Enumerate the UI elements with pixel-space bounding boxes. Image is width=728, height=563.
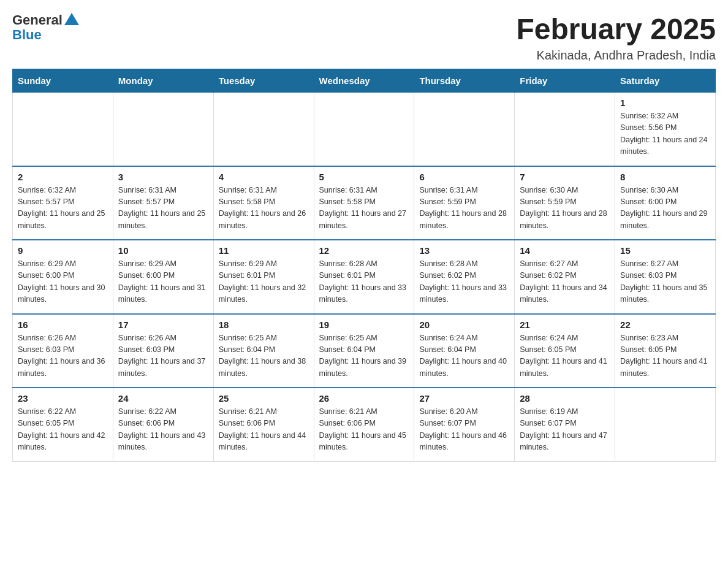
day-info: Sunrise: 6:31 AMSunset: 5:58 PMDaylight:… (319, 185, 409, 232)
calendar-cell: 28Sunrise: 6:19 AMSunset: 6:07 PMDayligh… (515, 388, 615, 461)
header-cell-sunday: Sunday (13, 69, 113, 93)
calendar-cell: 18Sunrise: 6:25 AMSunset: 6:04 PMDayligh… (213, 314, 314, 388)
day-number: 8 (620, 172, 710, 182)
day-number: 3 (118, 172, 208, 182)
day-number: 9 (18, 245, 108, 256)
calendar-cell: 27Sunrise: 6:20 AMSunset: 6:07 PMDayligh… (414, 388, 515, 461)
calendar-header: SundayMondayTuesdayWednesdayThursdayFrid… (13, 69, 716, 93)
day-number: 10 (118, 245, 208, 256)
calendar-cell: 21Sunrise: 6:24 AMSunset: 6:05 PMDayligh… (515, 314, 615, 388)
calendar-table: SundayMondayTuesdayWednesdayThursdayFrid… (12, 69, 716, 462)
day-info: Sunrise: 6:29 AMSunset: 6:00 PMDaylight:… (118, 258, 208, 306)
calendar-cell: 25Sunrise: 6:21 AMSunset: 6:06 PMDayligh… (213, 388, 314, 461)
page-header: General Blue February 2025 Kakinada, And… (12, 12, 716, 63)
day-number: 15 (620, 245, 710, 256)
day-number: 28 (520, 393, 610, 404)
day-number: 4 (219, 172, 309, 182)
day-info: Sunrise: 6:30 AMSunset: 6:00 PMDaylight:… (620, 185, 710, 232)
header-cell-monday: Monday (113, 69, 213, 93)
calendar-cell: 23Sunrise: 6:22 AMSunset: 6:05 PMDayligh… (13, 388, 113, 461)
calendar-cell: 13Sunrise: 6:28 AMSunset: 6:02 PMDayligh… (414, 240, 515, 314)
day-info: Sunrise: 6:31 AMSunset: 5:58 PMDaylight:… (219, 185, 309, 232)
day-number: 20 (419, 320, 509, 330)
day-info: Sunrise: 6:27 AMSunset: 6:02 PMDaylight:… (520, 258, 610, 306)
header-cell-thursday: Thursday (414, 69, 515, 93)
day-number: 19 (319, 320, 409, 330)
day-info: Sunrise: 6:23 AMSunset: 6:05 PMDaylight:… (620, 332, 710, 380)
calendar-cell: 2Sunrise: 6:32 AMSunset: 5:57 PMDaylight… (13, 166, 113, 240)
header-row: SundayMondayTuesdayWednesdayThursdayFrid… (13, 69, 716, 93)
calendar-cell: 7Sunrise: 6:30 AMSunset: 5:59 PMDaylight… (515, 166, 615, 240)
calendar-cell: 19Sunrise: 6:25 AMSunset: 6:04 PMDayligh… (314, 314, 414, 388)
day-info: Sunrise: 6:28 AMSunset: 6:01 PMDaylight:… (319, 258, 409, 306)
calendar-cell (113, 93, 213, 166)
day-number: 16 (18, 320, 108, 330)
day-info: Sunrise: 6:25 AMSunset: 6:04 PMDaylight:… (219, 332, 309, 380)
calendar-cell (414, 93, 515, 166)
day-info: Sunrise: 6:29 AMSunset: 6:00 PMDaylight:… (18, 258, 108, 306)
day-info: Sunrise: 6:24 AMSunset: 6:04 PMDaylight:… (419, 332, 509, 380)
logo-general-text: General (12, 12, 63, 28)
day-info: Sunrise: 6:31 AMSunset: 5:57 PMDaylight:… (118, 185, 208, 232)
calendar-cell (213, 93, 314, 166)
header-cell-saturday: Saturday (615, 69, 716, 93)
day-number: 27 (419, 393, 509, 404)
calendar-cell (515, 93, 615, 166)
calendar-cell: 11Sunrise: 6:29 AMSunset: 6:01 PMDayligh… (213, 240, 314, 314)
day-info: Sunrise: 6:21 AMSunset: 6:06 PMDaylight:… (319, 406, 409, 454)
day-info: Sunrise: 6:32 AMSunset: 5:56 PMDaylight:… (620, 110, 710, 158)
day-number: 12 (319, 245, 409, 256)
calendar-cell: 16Sunrise: 6:26 AMSunset: 6:03 PMDayligh… (13, 314, 113, 388)
calendar-cell (13, 93, 113, 166)
header-cell-tuesday: Tuesday (213, 69, 314, 93)
day-number: 21 (520, 320, 610, 330)
calendar-cell: 9Sunrise: 6:29 AMSunset: 6:00 PMDaylight… (13, 240, 113, 314)
day-number: 1 (620, 98, 710, 108)
logo-triangle-icon (64, 13, 79, 25)
calendar-cell: 10Sunrise: 6:29 AMSunset: 6:00 PMDayligh… (113, 240, 213, 314)
day-info: Sunrise: 6:28 AMSunset: 6:02 PMDaylight:… (419, 258, 509, 306)
week-row-5: 23Sunrise: 6:22 AMSunset: 6:05 PMDayligh… (13, 388, 716, 461)
calendar-body: 1Sunrise: 6:32 AMSunset: 5:56 PMDaylight… (13, 93, 716, 462)
day-info: Sunrise: 6:30 AMSunset: 5:59 PMDaylight:… (520, 185, 610, 232)
calendar-cell: 24Sunrise: 6:22 AMSunset: 6:06 PMDayligh… (113, 388, 213, 461)
calendar-title: February 2025 (516, 12, 716, 46)
day-info: Sunrise: 6:26 AMSunset: 6:03 PMDaylight:… (18, 332, 108, 380)
day-number: 24 (118, 393, 208, 404)
calendar-cell: 22Sunrise: 6:23 AMSunset: 6:05 PMDayligh… (615, 314, 716, 388)
calendar-cell: 12Sunrise: 6:28 AMSunset: 6:01 PMDayligh… (314, 240, 414, 314)
day-info: Sunrise: 6:32 AMSunset: 5:57 PMDaylight:… (18, 185, 108, 232)
week-row-2: 2Sunrise: 6:32 AMSunset: 5:57 PMDaylight… (13, 166, 716, 240)
day-info: Sunrise: 6:21 AMSunset: 6:06 PMDaylight:… (219, 406, 309, 454)
calendar-cell: 14Sunrise: 6:27 AMSunset: 6:02 PMDayligh… (515, 240, 615, 314)
calendar-cell: 26Sunrise: 6:21 AMSunset: 6:06 PMDayligh… (314, 388, 414, 461)
day-info: Sunrise: 6:20 AMSunset: 6:07 PMDaylight:… (419, 406, 509, 454)
logo-blue-text: Blue (12, 27, 79, 43)
day-info: Sunrise: 6:29 AMSunset: 6:01 PMDaylight:… (219, 258, 309, 306)
header-cell-friday: Friday (515, 69, 615, 93)
day-info: Sunrise: 6:26 AMSunset: 6:03 PMDaylight:… (118, 332, 208, 380)
week-row-1: 1Sunrise: 6:32 AMSunset: 5:56 PMDaylight… (13, 93, 716, 166)
title-block: February 2025 Kakinada, Andhra Pradesh, … (516, 12, 716, 63)
day-number: 13 (419, 245, 509, 256)
calendar-cell: 5Sunrise: 6:31 AMSunset: 5:58 PMDaylight… (314, 166, 414, 240)
day-number: 18 (219, 320, 309, 330)
day-info: Sunrise: 6:31 AMSunset: 5:59 PMDaylight:… (419, 185, 509, 232)
day-number: 26 (319, 393, 409, 404)
calendar-cell: 8Sunrise: 6:30 AMSunset: 6:00 PMDaylight… (615, 166, 716, 240)
day-info: Sunrise: 6:19 AMSunset: 6:07 PMDaylight:… (520, 406, 610, 454)
calendar-cell: 20Sunrise: 6:24 AMSunset: 6:04 PMDayligh… (414, 314, 515, 388)
day-number: 11 (219, 245, 309, 256)
calendar-subtitle: Kakinada, Andhra Pradesh, India (516, 48, 716, 63)
calendar-cell: 6Sunrise: 6:31 AMSunset: 5:59 PMDaylight… (414, 166, 515, 240)
calendar-cell (314, 93, 414, 166)
day-number: 22 (620, 320, 710, 330)
day-number: 25 (219, 393, 309, 404)
calendar-cell: 15Sunrise: 6:27 AMSunset: 6:03 PMDayligh… (615, 240, 716, 314)
day-number: 6 (419, 172, 509, 182)
day-number: 5 (319, 172, 409, 182)
day-info: Sunrise: 6:22 AMSunset: 6:06 PMDaylight:… (118, 406, 208, 454)
calendar-cell: 17Sunrise: 6:26 AMSunset: 6:03 PMDayligh… (113, 314, 213, 388)
week-row-3: 9Sunrise: 6:29 AMSunset: 6:00 PMDaylight… (13, 240, 716, 314)
day-info: Sunrise: 6:24 AMSunset: 6:05 PMDaylight:… (520, 332, 610, 380)
